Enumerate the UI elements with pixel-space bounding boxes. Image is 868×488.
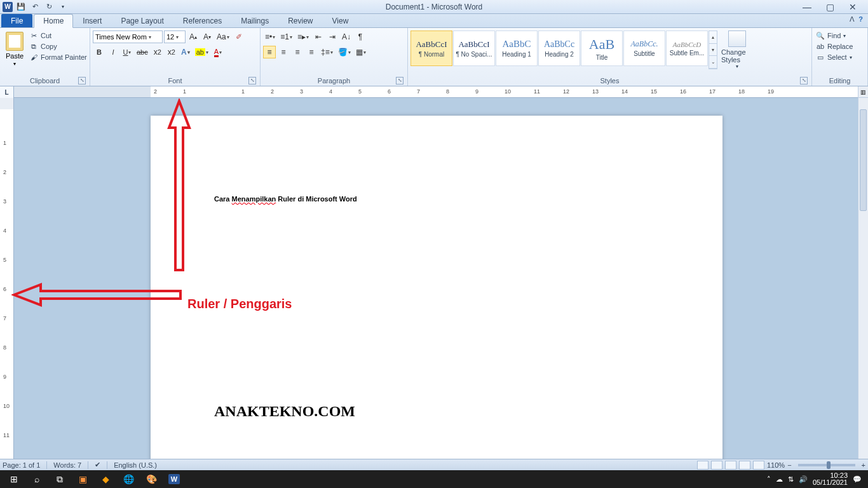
decrease-indent-button[interactable]: ⇤ — [312, 30, 325, 43]
tray-wifi-icon[interactable]: ⇅ — [788, 475, 794, 484]
style-subtitle[interactable]: AaBbCc.Subtitle — [623, 30, 665, 66]
font-dialog-icon[interactable]: ⤡ — [248, 77, 256, 85]
shrink-font-button[interactable]: A▾ — [201, 30, 214, 43]
styles-dialog-icon[interactable]: ⤡ — [800, 77, 808, 85]
tab-mailings[interactable]: Mailings — [231, 14, 278, 27]
tab-insert[interactable]: Insert — [73, 14, 111, 27]
zoom-in-button[interactable]: + — [862, 461, 865, 469]
page[interactable]: Cara Menampilkan Ruler di Microsoft Word… — [151, 116, 722, 459]
view-print-layout[interactable] — [697, 461, 709, 470]
status-language[interactable]: English (U.S.) — [114, 461, 157, 469]
highlight-button[interactable]: ab — [193, 46, 210, 58]
view-full-screen[interactable] — [711, 461, 722, 470]
font-size-combo[interactable]: 12▾ — [164, 30, 186, 43]
document-area[interactable]: Cara Menampilkan Ruler di Microsoft Word… — [14, 98, 858, 459]
bold-button[interactable]: B — [93, 46, 105, 58]
save-button[interactable]: 💾 — [15, 1, 27, 13]
align-center-button[interactable]: ≡ — [277, 46, 290, 58]
help-button[interactable]: ? — [858, 15, 863, 24]
grow-font-button[interactable]: A▴ — [187, 30, 200, 43]
taskbar-app-paint[interactable]: 🎨 — [140, 470, 163, 488]
status-page[interactable]: Page: 1 of 1 — [3, 461, 40, 469]
status-words[interactable]: Words: 7 — [53, 461, 81, 469]
style-normal[interactable]: AaBbCcI¶ Normal — [410, 30, 452, 66]
tray-clock[interactable]: 10:2305/11/2021 — [813, 472, 848, 486]
tab-home[interactable]: Home — [34, 14, 73, 28]
taskbar-app-sublime[interactable]: ◆ — [94, 470, 117, 488]
view-draft[interactable] — [753, 461, 764, 470]
taskbar-app-word[interactable]: W — [163, 470, 186, 488]
align-right-button[interactable]: ≡ — [291, 46, 304, 58]
maximize-button[interactable]: ▢ — [822, 2, 837, 12]
tab-view[interactable]: View — [323, 14, 358, 27]
tab-review[interactable]: Review — [278, 14, 322, 27]
zoom-slider[interactable] — [798, 464, 855, 466]
ruler-toggle-button[interactable]: ▥ — [858, 86, 868, 98]
format-painter-button[interactable]: 🖌Format Painter — [29, 53, 87, 62]
start-button[interactable]: ⊞ — [3, 470, 25, 488]
style-heading1[interactable]: AaBbCHeading 1 — [496, 30, 538, 66]
taskbar-app-xampp[interactable]: ▣ — [71, 470, 94, 488]
vertical-scrollbar[interactable] — [858, 98, 868, 459]
horizontal-ruler[interactable]: 2112345678910111213141516171819 — [14, 86, 868, 97]
search-button[interactable]: ⌕ — [25, 470, 48, 488]
change-styles-button[interactable]: Change Styles▾ — [721, 30, 753, 69]
paragraph-dialog-icon[interactable]: ⤡ — [396, 77, 403, 85]
find-button[interactable]: 🔍Find ▾ — [816, 31, 853, 40]
tray-chevron-icon[interactable]: ˄ — [767, 475, 771, 484]
paste-button[interactable]: Paste ▾ — [3, 29, 27, 67]
undo-button[interactable]: ↶ — [29, 1, 41, 13]
line-spacing-button[interactable]: ‡≡ — [319, 46, 335, 58]
taskbar-app-chrome[interactable]: 🌐 — [117, 470, 140, 488]
style-heading2[interactable]: AaBbCcHeading 2 — [538, 30, 580, 66]
redo-button[interactable]: ↻ — [43, 1, 55, 13]
borders-button[interactable]: ▦ — [354, 46, 368, 58]
justify-button[interactable]: ≡ — [305, 46, 318, 58]
font-color-button[interactable]: A — [212, 46, 224, 58]
shading-button[interactable]: 🪣 — [336, 46, 353, 58]
tab-page-layout[interactable]: Page Layout — [111, 14, 173, 27]
tab-file[interactable]: File — [1, 14, 32, 27]
tab-selector[interactable]: L — [0, 86, 14, 98]
bullets-button[interactable]: ≡• — [263, 30, 277, 43]
superscript-button[interactable]: x2 — [165, 46, 178, 58]
sort-button[interactable]: A↓ — [340, 30, 353, 43]
strikethrough-button[interactable]: abc — [135, 46, 150, 58]
status-proof-icon[interactable]: ✔ — [95, 461, 100, 469]
underline-button[interactable]: U — [121, 46, 133, 58]
style-no-spacing[interactable]: AaBbCcI¶ No Spaci... — [453, 30, 495, 66]
multilevel-button[interactable]: ≡▸ — [295, 30, 311, 43]
zoom-level[interactable]: 110% — [767, 461, 785, 469]
gallery-scroll[interactable]: ▴▾⌄ — [709, 30, 717, 69]
qat-customize[interactable]: ▾ — [57, 1, 69, 13]
style-subtle-em[interactable]: AaBbCcDSubtle Em... — [666, 30, 708, 66]
italic-button[interactable]: I — [107, 46, 119, 58]
tray-notifications-icon[interactable]: 💬 — [853, 475, 862, 484]
minimize-button[interactable]: — — [799, 2, 815, 12]
minimize-ribbon-button[interactable]: ᐱ — [850, 15, 855, 24]
document-heading[interactable]: Cara Menampilkan Ruler di Microsoft Word — [214, 186, 659, 206]
select-button[interactable]: ▭Select ▾ — [816, 53, 853, 62]
align-left-button[interactable]: ≡ — [263, 46, 276, 58]
font-name-combo[interactable]: Times New Rom▾ — [93, 30, 163, 43]
view-outline[interactable] — [739, 461, 750, 470]
subscript-button[interactable]: x2 — [151, 46, 164, 58]
show-marks-button[interactable]: ¶ — [354, 30, 367, 43]
change-case-button[interactable]: Aa — [215, 30, 231, 43]
task-view-button[interactable]: ⧉ — [48, 470, 71, 488]
clear-formatting-button[interactable]: ✐ — [233, 30, 245, 43]
copy-button[interactable]: ⧉Copy — [29, 42, 87, 51]
numbering-button[interactable]: ≡1 — [278, 30, 294, 43]
tray-volume-icon[interactable]: 🔊 — [799, 475, 808, 484]
replace-button[interactable]: abReplace — [816, 42, 853, 51]
tab-references[interactable]: References — [173, 14, 231, 27]
vertical-ruler[interactable]: 123456789101112 — [0, 98, 14, 459]
tray-onedrive-icon[interactable]: ☁ — [776, 475, 783, 484]
close-button[interactable]: ✕ — [845, 2, 860, 12]
cut-button[interactable]: ✂Cut — [29, 31, 87, 40]
zoom-out-button[interactable]: − — [787, 461, 791, 469]
text-effects-button[interactable]: A — [179, 46, 192, 58]
clipboard-dialog-icon[interactable]: ⤡ — [78, 77, 86, 85]
style-title[interactable]: AaBTitle — [581, 30, 623, 66]
view-web-layout[interactable] — [725, 461, 736, 470]
